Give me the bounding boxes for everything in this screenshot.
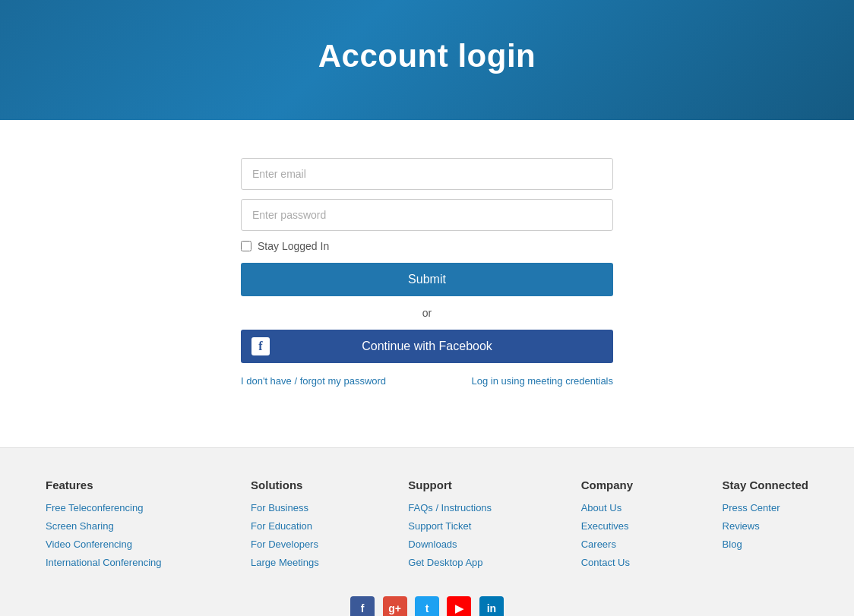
footer-social: f g+ t ▶ in	[46, 596, 808, 616]
list-item: About Us	[581, 501, 633, 514]
list-item: Blog	[723, 537, 808, 551]
list-item: Reviews	[723, 519, 808, 532]
facebook-button-label: Continue with Facebook	[251, 340, 603, 353]
stay-logged-in-row: Stay Logged In	[241, 240, 613, 252]
list-item: Contact Us	[581, 555, 633, 569]
list-item: Video Conferencing	[46, 537, 162, 551]
page-title: Account login	[15, 38, 839, 74]
stay-logged-label: Stay Logged In	[258, 240, 329, 252]
footer-column-heading: Solutions	[251, 479, 319, 491]
footer-link[interactable]: Executives	[581, 520, 629, 532]
password-input[interactable]	[241, 199, 613, 231]
list-item: Press Center	[723, 501, 808, 514]
email-input[interactable]	[241, 158, 613, 190]
footer-link[interactable]: Reviews	[723, 520, 760, 532]
footer-link[interactable]: Screen Sharing	[46, 520, 114, 532]
list-item: Downloads	[408, 537, 492, 551]
list-item: Careers	[581, 537, 633, 551]
social-facebook-icon[interactable]: f	[350, 596, 375, 616]
footer-link[interactable]: Support Ticket	[408, 520, 471, 532]
footer-link[interactable]: Blog	[723, 539, 742, 550]
footer-column: SupportFAQs / InstructionsSupport Ticket…	[408, 479, 492, 573]
header: Account login	[0, 0, 854, 120]
footer-link[interactable]: FAQs / Instructions	[408, 502, 492, 513]
or-divider: or	[241, 307, 613, 319]
facebook-icon-area: f	[251, 337, 270, 355]
footer: FeaturesFree TeleconferencingScreen Shar…	[0, 447, 854, 616]
login-form: Stay Logged In Submit or f Continue with…	[241, 158, 613, 387]
footer-column-heading: Company	[581, 479, 633, 491]
facebook-icon: f	[251, 337, 270, 355]
footer-column: SolutionsFor BusinessFor EducationFor De…	[251, 479, 319, 573]
list-item: Support Ticket	[408, 519, 492, 532]
footer-column: Stay ConnectedPress CenterReviewsBlog	[723, 479, 808, 573]
submit-button[interactable]: Submit	[241, 263, 613, 296]
links-row: I don't have / forgot my password Log in…	[241, 375, 613, 387]
forgot-password-link[interactable]: I don't have / forgot my password	[241, 375, 386, 387]
footer-link[interactable]: Video Conferencing	[46, 539, 132, 550]
social-twitter-icon[interactable]: t	[415, 596, 439, 616]
footer-column-heading: Stay Connected	[723, 479, 808, 491]
social-googleplus-icon[interactable]: g+	[383, 596, 407, 616]
footer-columns: FeaturesFree TeleconferencingScreen Shar…	[46, 479, 808, 573]
footer-column: CompanyAbout UsExecutivesCareersContact …	[581, 479, 633, 573]
footer-column-heading: Support	[408, 479, 492, 491]
footer-link[interactable]: Free Teleconferencing	[46, 502, 143, 513]
footer-column: FeaturesFree TeleconferencingScreen Shar…	[46, 479, 162, 573]
footer-link[interactable]: Get Desktop App	[408, 557, 482, 568]
list-item: Get Desktop App	[408, 555, 492, 569]
footer-link[interactable]: For Business	[251, 502, 308, 513]
footer-link[interactable]: For Developers	[251, 539, 318, 550]
list-item: Free Teleconferencing	[46, 501, 162, 514]
list-item: For Business	[251, 501, 319, 514]
social-youtube-icon[interactable]: ▶	[447, 596, 471, 616]
meeting-credentials-link[interactable]: Log in using meeting credentials	[472, 375, 613, 387]
stay-logged-checkbox[interactable]	[241, 241, 251, 251]
list-item: Screen Sharing	[46, 519, 162, 532]
footer-link[interactable]: Press Center	[723, 502, 780, 513]
list-item: For Education	[251, 519, 319, 532]
footer-link[interactable]: Careers	[581, 539, 616, 550]
footer-link[interactable]: Large Meetings	[251, 557, 319, 568]
footer-link[interactable]: About Us	[581, 502, 622, 513]
main-content: Stay Logged In Submit or f Continue with…	[0, 120, 854, 447]
social-linkedin-icon[interactable]: in	[479, 596, 504, 616]
list-item: For Developers	[251, 537, 319, 551]
footer-column-heading: Features	[46, 479, 162, 491]
footer-link[interactable]: Downloads	[408, 539, 457, 550]
list-item: Large Meetings	[251, 555, 319, 569]
footer-link[interactable]: For Education	[251, 520, 312, 532]
footer-link[interactable]: Contact Us	[581, 557, 630, 568]
list-item: Executives	[581, 519, 633, 532]
list-item: International Conferencing	[46, 555, 162, 569]
list-item: FAQs / Instructions	[408, 501, 492, 514]
facebook-login-button[interactable]: f Continue with Facebook	[241, 330, 613, 363]
footer-link[interactable]: International Conferencing	[46, 557, 162, 568]
